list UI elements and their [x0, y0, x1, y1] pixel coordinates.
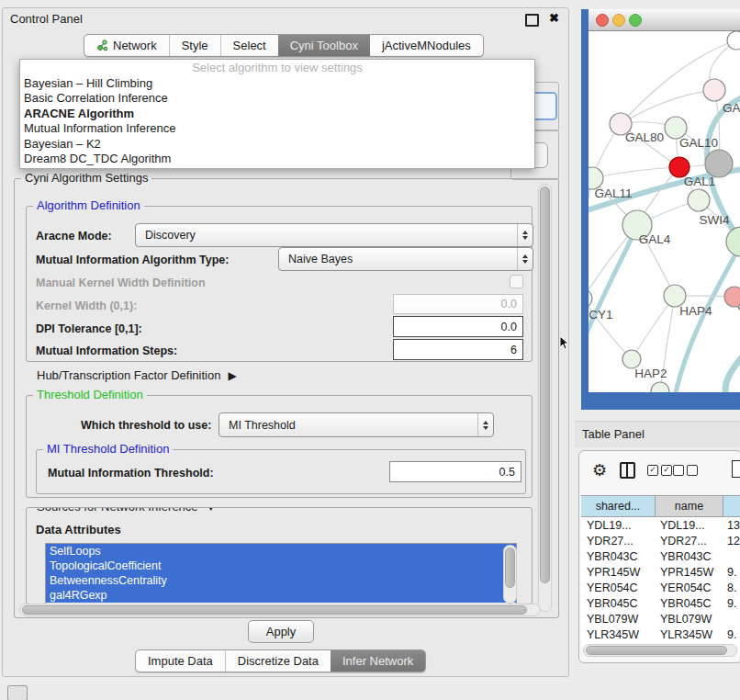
close-icon[interactable]: ✖ [549, 11, 559, 25]
dpi-tolerance-label: DPI Tolerance [0,1]: [36, 322, 142, 335]
cyni-bottom-tabs: Impute Data Discretize Data Infer Networ… [135, 649, 426, 672]
table-row[interactable]: YLR345WYLR345W9. [581, 627, 740, 642]
gear-icon[interactable]: ⚙ [592, 460, 607, 480]
table-row[interactable]: YBR043CYBR043C [581, 548, 740, 564]
table-horizontal-scrollbar[interactable] [583, 644, 737, 657]
algorithm-dropdown-list: Bayesian – Hill ClimbingBasic Correlatio… [20, 76, 534, 166]
network-node-swi4[interactable] [726, 227, 740, 256]
table-header-row: shared... name [581, 495, 740, 517]
which-threshold-combo[interactable]: MI Threshold [219, 412, 494, 437]
data-attribute-item[interactable]: SelfLoops [46, 544, 516, 559]
table-cell: YER054C [581, 581, 655, 594]
mac-zoom-button[interactable] [629, 14, 642, 27]
mi-steps-field[interactable]: 6 [393, 339, 523, 360]
mi-algorithm-type-combo[interactable]: Naive Bayes [278, 247, 533, 271]
control-panel-window: Control Panel ✖ Network Style Select [2, 7, 569, 677]
table-cell: YPR145W [581, 566, 655, 579]
table-cell: 12 [722, 535, 740, 548]
tab-style[interactable]: Style [169, 35, 220, 56]
table-cell: YBL079W [581, 613, 655, 626]
table-row[interactable]: YPR145WYPR145W9. [581, 564, 740, 580]
tab-select[interactable]: Select [220, 35, 278, 56]
sources-group-title[interactable]: Sources for Network Inference ▼ [33, 507, 219, 514]
table-cell: YBL079W [655, 613, 722, 626]
network-node-gcy1[interactable] [589, 289, 592, 308]
table-cell: 9. [722, 597, 740, 610]
node-label: GAL10 [679, 136, 718, 150]
table-row[interactable]: YBR045CYBR045C9. [581, 595, 740, 611]
which-threshold-label: Which threshold to use: [81, 419, 211, 432]
mouse-cursor [559, 335, 570, 350]
column-header-shared-name[interactable]: shared... [581, 496, 656, 516]
algorithm-option[interactable]: Mutual Information Inference [20, 121, 534, 136]
algorithm-option[interactable]: ARACNE Algorithm [20, 107, 534, 121]
settings-horizontal-scrollbar[interactable] [19, 604, 541, 616]
mi-steps-label: Mutual Information Steps: [36, 344, 177, 357]
table-row[interactable]: YER054CYER054C8. [581, 580, 740, 595]
threshold-definition-group: Threshold Definition Which threshold to … [26, 395, 533, 498]
table-panel-titlebar: Table Panel [575, 421, 740, 447]
tab-infer-network[interactable]: Infer Network [331, 650, 425, 672]
algorithm-option[interactable]: Basic Correlation Inference [20, 91, 534, 106]
table-cell: YBR043C [581, 550, 655, 563]
table-cell: 9. [722, 566, 740, 579]
data-attribute-item[interactable]: gal4RGexp [46, 588, 516, 603]
mi-threshold-group: MI Threshold Definition Mutual Informati… [36, 449, 526, 494]
network-canvas[interactable]: GAL7GAL80GAL10GAL1GAL11GAL4SWI4GCY1HAP4Y… [589, 31, 740, 392]
table-row[interactable]: YDR27...YDR27...12 [581, 533, 740, 548]
column-header-name[interactable]: name [656, 496, 723, 516]
settings-vertical-scrollbar[interactable] [538, 184, 552, 612]
mi-threshold-label: Mutual Information Threshold: [48, 467, 214, 480]
node-label: HAP2 [634, 367, 667, 380]
document-icon[interactable] [732, 460, 740, 478]
dpi-tolerance-field[interactable]: 0.0 [393, 316, 523, 337]
table-panel-toolbar: ⚙ ✓✓ [579, 458, 740, 486]
algorithm-option[interactable]: Dream8 DC_TDC Algorithm [20, 152, 534, 166]
network-node[interactable] [705, 150, 733, 177]
mac-close-button[interactable] [596, 14, 609, 27]
network-node-gal7[interactable] [703, 79, 725, 101]
network-icon [96, 40, 108, 51]
algorithm-option[interactable]: Bayesian – K2 [20, 137, 534, 152]
apply-button[interactable]: Apply [248, 620, 314, 643]
columns-icon[interactable] [620, 462, 635, 479]
hub-definition-toggle[interactable]: Hub/Transcription Factor Definition▶ [37, 368, 237, 382]
network-node[interactable] [727, 31, 740, 50]
table-cell: YBR043C [655, 550, 722, 563]
list-vertical-scrollbar[interactable] [503, 545, 517, 604]
manual-kernel-label: Manual Kernel Width Definition [36, 277, 206, 289]
tab-jactivemnodules[interactable]: jActiveMNodules [370, 35, 483, 56]
data-attribute-item[interactable]: TopologicalCoefficient [46, 559, 516, 573]
node-label: SWI4 [699, 213, 729, 227]
aracne-mode-label: Aracne Mode: [36, 230, 112, 243]
tab-cyni-toolbox[interactable]: Cyni Toolbox [278, 35, 370, 56]
float-window-icon[interactable] [525, 14, 539, 27]
network-node[interactable] [688, 189, 710, 211]
table-row[interactable]: YBL079WYBL079W [581, 611, 740, 627]
tab-impute-data[interactable]: Impute Data [136, 650, 225, 672]
cyni-algorithm-settings-group: Cyni Algorithm Settings Algorithm Defini… [14, 178, 559, 618]
network-node[interactable] [651, 382, 669, 392]
aracne-mode-combo[interactable]: Discovery [135, 223, 533, 247]
node-label: GCY1 [589, 308, 612, 322]
network-node-hap2[interactable] [622, 350, 641, 368]
table-cell: YDR27... [655, 535, 722, 548]
tab-network[interactable]: Network [84, 35, 169, 56]
table-cell: YDR27... [581, 535, 655, 548]
tab-discretize-data[interactable]: Discretize Data [225, 650, 331, 672]
data-attributes-list[interactable]: SelfLoopsTopologicalCoefficientBetweenne… [45, 543, 517, 604]
kernel-width-label: Kernel Width (0,1): [36, 299, 137, 312]
data-attribute-item[interactable]: BetweennessCentrality [46, 573, 516, 588]
mac-minimize-button[interactable] [612, 14, 625, 27]
deselect-all-columns-icon[interactable] [673, 465, 698, 476]
table-row[interactable]: YDL19...YDL19...13 [581, 517, 740, 533]
minimized-panel-icon[interactable] [7, 685, 28, 700]
select-all-columns-icon[interactable]: ✓✓ [647, 465, 672, 476]
combo-spinner-icon [477, 413, 493, 436]
kernel-width-field[interactable]: 0.0 [393, 294, 523, 314]
mi-threshold-field[interactable]: 0.5 [389, 461, 521, 482]
manual-kernel-checkbox[interactable] [510, 275, 523, 288]
algorithm-option[interactable]: Bayesian – Hill Climbing [20, 76, 534, 91]
sources-group: Sources for Network Inference ▼ Data Att… [26, 507, 533, 604]
column-header-clipped[interactable] [723, 496, 740, 516]
